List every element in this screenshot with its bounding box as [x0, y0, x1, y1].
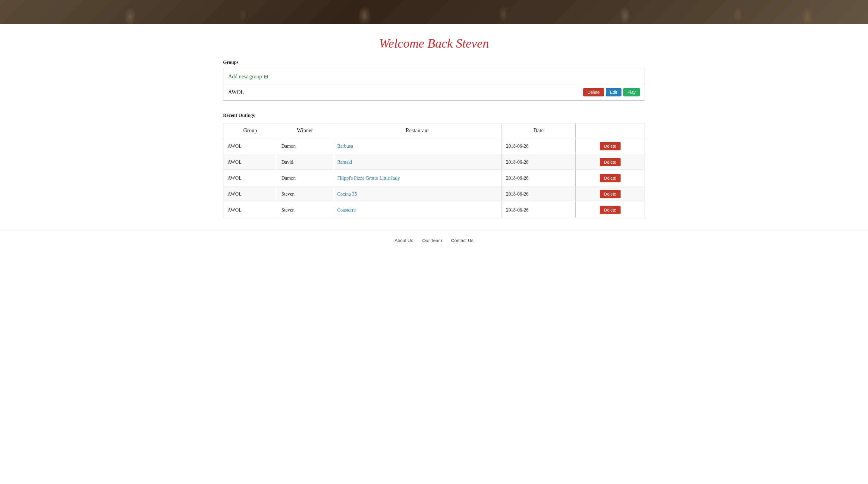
col-winner: Winner	[277, 123, 333, 138]
recent-outings-section: Recent Outings Group Winner Restaurant D…	[223, 113, 645, 218]
restaurant-link[interactable]: Barbusa	[337, 144, 353, 149]
table-header-row: Group Winner Restaurant Date	[223, 123, 645, 138]
col-group: Group	[223, 123, 277, 138]
outing-group: AWOL	[223, 186, 277, 202]
hero-overlay	[0, 0, 868, 24]
outing-action: Delete	[575, 138, 645, 154]
outing-action: Delete	[575, 154, 645, 170]
outing-date: 2018-06-26	[501, 186, 575, 202]
groups-table: Add new group ⊞ AWOL Delete Edit Play	[223, 69, 645, 101]
restaurant-link[interactable]: Coasterra	[337, 207, 355, 212]
outing-winner: Steven	[277, 186, 333, 202]
outing-delete-button[interactable]: Delete	[600, 174, 620, 182]
hero-banner	[0, 0, 868, 24]
groups-section: Groups Add new group ⊞ AWOL Delete Edit …	[223, 60, 645, 101]
groups-label: Groups	[223, 60, 645, 65]
outing-winner: Damon	[277, 138, 333, 154]
outing-action: Delete	[575, 170, 645, 186]
outing-restaurant: Coasterra	[333, 202, 501, 218]
group-row: AWOL Delete Edit Play	[223, 84, 645, 100]
table-row: AWOLDamonBarbusa2018-06-26Delete	[223, 138, 645, 154]
group-name: AWOL	[228, 89, 244, 95]
restaurant-link[interactable]: Ramaki	[337, 159, 352, 164]
outing-group: AWOL	[223, 202, 277, 218]
footer: About Us Our Team Contact Us	[0, 230, 868, 250]
col-restaurant: Restaurant	[333, 123, 501, 138]
outing-restaurant: Cocina 35	[333, 186, 501, 202]
outing-delete-button[interactable]: Delete	[600, 158, 620, 167]
outing-group: AWOL	[223, 138, 277, 154]
footer-link-about[interactable]: About Us	[395, 238, 413, 243]
welcome-section: Welcome Back Steven	[0, 24, 868, 60]
outing-winner: David	[277, 154, 333, 170]
outings-table: Group Winner Restaurant Date AWOLDamonBa…	[223, 123, 645, 218]
outing-date: 2018-06-26	[501, 202, 575, 218]
outing-winner: Damon	[277, 170, 333, 186]
group-actions: Delete Edit Play	[583, 88, 640, 96]
table-row: AWOLDavidRamaki2018-06-26Delete	[223, 154, 645, 170]
outing-date: 2018-06-26	[501, 138, 575, 154]
welcome-title: Welcome Back Steven	[6, 36, 862, 51]
add-group-row: Add new group ⊞	[223, 69, 645, 84]
add-group-icon: ⊞	[264, 73, 268, 80]
add-group-label: Add new group	[228, 73, 262, 80]
col-date: Date	[501, 123, 575, 138]
outing-action: Delete	[575, 186, 645, 202]
outing-delete-button[interactable]: Delete	[600, 190, 620, 198]
footer-links: About Us Our Team Contact Us	[395, 238, 473, 243]
outing-action: Delete	[575, 202, 645, 218]
group-play-button[interactable]: Play	[623, 88, 640, 96]
group-delete-button[interactable]: Delete	[583, 88, 604, 96]
footer-link-team[interactable]: Our Team	[422, 238, 442, 243]
restaurant-link[interactable]: Cocina 35	[337, 191, 357, 196]
outing-winner: Steven	[277, 202, 333, 218]
outing-date: 2018-06-26	[501, 170, 575, 186]
outing-restaurant: Filippi's Pizza Grotto Little Italy	[333, 170, 501, 186]
table-row: AWOLStevenCoasterra2018-06-26Delete	[223, 202, 645, 218]
outing-restaurant: Barbusa	[333, 138, 501, 154]
footer-link-contact[interactable]: Contact Us	[451, 238, 473, 243]
main-content: Groups Add new group ⊞ AWOL Delete Edit …	[217, 60, 651, 218]
outing-delete-button[interactable]: Delete	[600, 206, 620, 214]
add-group-button[interactable]: Add new group ⊞	[228, 73, 268, 80]
col-actions	[575, 123, 645, 138]
outing-delete-button[interactable]: Delete	[600, 142, 620, 150]
outing-restaurant: Ramaki	[333, 154, 501, 170]
outing-group: AWOL	[223, 154, 277, 170]
outing-group: AWOL	[223, 170, 277, 186]
restaurant-link[interactable]: Filippi's Pizza Grotto Little Italy	[337, 175, 400, 181]
group-edit-button[interactable]: Edit	[606, 88, 621, 96]
recent-outings-label: Recent Outings	[223, 113, 645, 118]
outing-date: 2018-06-26	[501, 154, 575, 170]
table-row: AWOLStevenCocina 352018-06-26Delete	[223, 186, 645, 202]
table-row: AWOLDamonFilippi's Pizza Grotto Little I…	[223, 170, 645, 186]
